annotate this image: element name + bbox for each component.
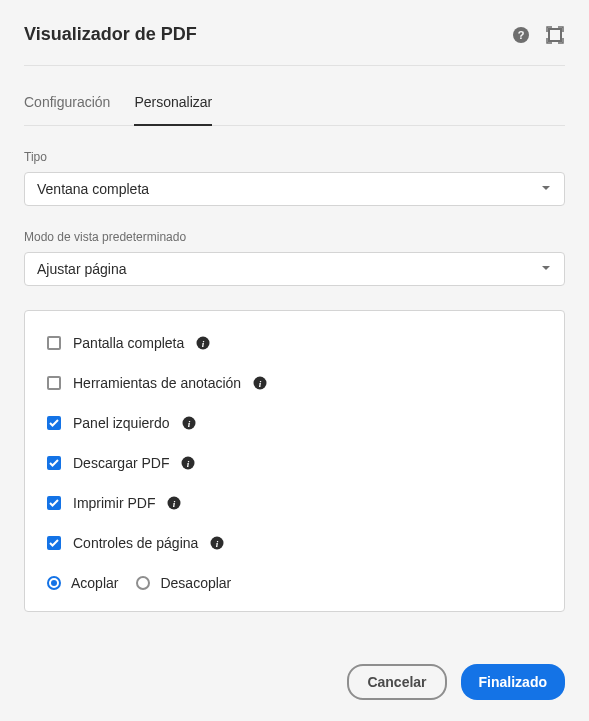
cancel-button[interactable]: Cancelar <box>347 664 446 700</box>
done-button[interactable]: Finalizado <box>461 664 565 700</box>
default-view-mode-label: Modo de vista predeterminado <box>24 230 565 244</box>
chevron-down-icon <box>540 181 552 197</box>
fullscreen-option-label: Pantalla completa <box>73 335 184 351</box>
undock-radio-label: Desacoplar <box>160 575 231 591</box>
tab-configuration[interactable]: Configuración <box>24 82 110 126</box>
undock-radio[interactable]: Desacoplar <box>136 575 231 591</box>
annotation-tools-checkbox[interactable] <box>47 376 61 390</box>
page-controls-option-label: Controles de página <box>73 535 198 551</box>
download-pdf-checkbox[interactable] <box>47 456 61 470</box>
left-panel-option-label: Panel izquierdo <box>73 415 170 431</box>
info-icon[interactable]: i <box>181 456 195 470</box>
svg-text:?: ? <box>518 29 525 41</box>
print-pdf-option-label: Imprimir PDF <box>73 495 155 511</box>
dialog-title: Visualizador de PDF <box>24 24 197 45</box>
fullscreen-icon[interactable] <box>545 25 565 45</box>
dock-radio-input[interactable] <box>47 576 61 590</box>
info-icon[interactable]: i <box>253 376 267 390</box>
type-select[interactable]: Ventana completa <box>24 172 565 206</box>
undock-radio-input[interactable] <box>136 576 150 590</box>
options-panel: Pantalla completa i Herramientas de anot… <box>24 310 565 612</box>
default-view-mode-value: Ajustar página <box>37 261 127 277</box>
info-icon[interactable]: i <box>210 536 224 550</box>
type-select-value: Ventana completa <box>37 181 149 197</box>
svg-rect-2 <box>549 29 561 41</box>
tab-customize[interactable]: Personalizar <box>134 82 212 126</box>
info-icon[interactable]: i <box>167 496 181 510</box>
help-icon[interactable]: ? <box>511 25 531 45</box>
default-view-mode-select[interactable]: Ajustar página <box>24 252 565 286</box>
download-pdf-option-label: Descargar PDF <box>73 455 169 471</box>
annotation-tools-option-label: Herramientas de anotación <box>73 375 241 391</box>
fullscreen-checkbox[interactable] <box>47 336 61 350</box>
left-panel-checkbox[interactable] <box>47 416 61 430</box>
chevron-down-icon <box>540 261 552 277</box>
info-icon[interactable]: i <box>196 336 210 350</box>
dock-radio[interactable]: Acoplar <box>47 575 118 591</box>
type-label: Tipo <box>24 150 565 164</box>
print-pdf-checkbox[interactable] <box>47 496 61 510</box>
page-controls-checkbox[interactable] <box>47 536 61 550</box>
info-icon[interactable]: i <box>182 416 196 430</box>
tabs: Configuración Personalizar <box>24 82 565 126</box>
dock-radio-label: Acoplar <box>71 575 118 591</box>
